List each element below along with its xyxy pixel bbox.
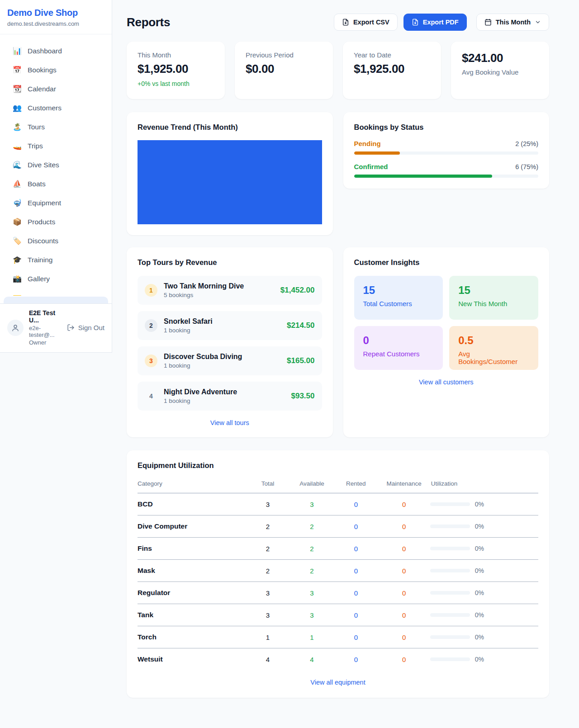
nav-item-icon: 📦: [13, 218, 22, 226]
sidebar-nav-item[interactable]: 📆 Calendar: [5, 80, 106, 98]
sidebar-nav-item[interactable]: 🤿 Equipment: [5, 194, 106, 212]
tour-bookings-count: 1 booking: [164, 327, 213, 334]
export-pdf-button[interactable]: Export PDF: [403, 14, 467, 31]
status-progress-fill: [354, 175, 493, 178]
insight-label: Repeat Customers: [363, 350, 434, 358]
equipment-available: 4: [290, 648, 334, 671]
equipment-category: Mask: [138, 560, 246, 582]
nav-item-label: Products: [28, 218, 55, 226]
sign-out-button[interactable]: Sign Out: [67, 324, 104, 331]
period-dropdown[interactable]: This Month: [476, 14, 549, 31]
nav-item-icon: 📊: [13, 47, 22, 55]
sidebar-nav-item[interactable]: 📊 Dashboard: [5, 43, 106, 60]
nav-item-icon: 📅: [13, 66, 22, 74]
sidebar-nav-item[interactable]: 🌊 Dive Sites: [5, 156, 106, 174]
nav-item-label: POS: [28, 294, 43, 296]
page-title: Reports: [127, 15, 170, 29]
equipment-table-row: Regulator 3 3 0 0 0%: [138, 582, 538, 604]
tour-bookings-count: 1 booking: [164, 362, 242, 369]
tour-list: 1 Two Tank Morning Dive 5 bookings $1,45…: [138, 276, 322, 411]
column-header-maintenance: Maintenance: [378, 476, 430, 493]
utilization-bar-track: [430, 657, 470, 661]
utilization-percent: 0%: [475, 567, 484, 574]
stat-value: $1,925.00: [138, 62, 214, 76]
sidebar: Demo Dive Shop demo.test.divestreams.com…: [0, 0, 112, 353]
insight-value: 15: [363, 284, 434, 297]
chevron-down-icon: [535, 19, 541, 25]
sidebar-active-item-partial[interactable]: [4, 297, 108, 303]
equipment-rented: 0: [334, 560, 378, 582]
equipment-total: 2: [246, 515, 290, 538]
customer-insights-title: Customer Insights: [354, 258, 539, 267]
stat-label: Previous Period: [246, 51, 322, 59]
status-progress-fill: [354, 151, 400, 155]
insight-tile: 15 Total Customers: [354, 276, 443, 320]
sidebar-nav-item[interactable]: 📸 Gallery: [5, 270, 106, 288]
stat-card-this-month: This Month $1,925.00 +0% vs last month: [127, 42, 225, 99]
sign-out-label: Sign Out: [78, 324, 104, 331]
utilization-percent: 0%: [475, 501, 484, 508]
stat-trend-note: +0% vs last month: [138, 80, 214, 87]
nav-item-label: Dashboard: [28, 47, 62, 55]
view-all-equipment-link[interactable]: View all equipment: [138, 679, 538, 686]
tour-bookings-count: 5 bookings: [164, 292, 244, 298]
insight-tiles: 15 Total Customers 15 New This Month 0 R…: [354, 276, 539, 370]
status-progress-track: [354, 175, 539, 178]
nav-item-label: Calendar: [28, 85, 56, 93]
sidebar-nav-item[interactable]: ⛵ Boats: [5, 175, 106, 193]
equipment-utilization-card: Equipment Utilization Category Total Ava…: [127, 450, 549, 698]
equipment-category: Dive Computer: [138, 515, 246, 538]
stat-label: Avg Booking Value: [462, 68, 538, 76]
tour-revenue: $165.00: [287, 356, 314, 365]
sidebar-nav-item[interactable]: 💳 POS: [5, 289, 106, 296]
insight-tile: 0 Repeat Customers: [354, 326, 443, 370]
equipment-total: 3: [246, 493, 290, 515]
sidebar-nav-item[interactable]: 🏷️ Discounts: [5, 232, 106, 250]
stat-cards: This Month $1,925.00 +0% vs last month P…: [127, 42, 549, 99]
equipment-maintenance: 0: [378, 515, 430, 538]
equipment-category: Torch: [138, 626, 246, 648]
equipment-category: Regulator: [138, 582, 246, 604]
file-export-icon: [342, 19, 349, 26]
view-all-tours-link[interactable]: View all tours: [138, 419, 322, 426]
nav-item-icon: 🤿: [13, 199, 22, 207]
column-header-rented: Rented: [334, 476, 378, 493]
column-header-utilization: Utilization: [430, 476, 538, 493]
equipment-table: Category Total Available Rented Maintena…: [138, 476, 538, 670]
sidebar-nav-item[interactable]: 🎓 Training: [5, 251, 106, 269]
equipment-category: Tank: [138, 604, 246, 626]
equipment-rented: 0: [334, 515, 378, 538]
equipment-rented: 0: [334, 626, 378, 648]
bookings-by-status-card: Bookings by Status Pending 2 (25%): [343, 112, 550, 189]
charts-row: Revenue Trend (This Month) Bookings by S…: [127, 112, 549, 235]
equipment-table-row: BCD 3 3 0 0 0%: [138, 493, 538, 515]
sidebar-nav-item[interactable]: 🚤 Trips: [5, 137, 106, 155]
equipment-available: 3: [290, 493, 334, 515]
sidebar-nav-item[interactable]: 👥 Customers: [5, 99, 106, 117]
stat-value: $241.00: [462, 51, 538, 65]
equipment-total: 3: [246, 604, 290, 626]
equipment-maintenance: 0: [378, 560, 430, 582]
nav-item-label: Training: [28, 256, 52, 264]
status-count: 2 (25%): [515, 140, 538, 147]
equipment-maintenance: 0: [378, 626, 430, 648]
column-header-total: Total: [246, 476, 290, 493]
file-export-icon: [412, 19, 419, 26]
insight-label: Total Customers: [363, 300, 434, 307]
sidebar-nav-item[interactable]: 🏝️ Tours: [5, 118, 106, 136]
equipment-available: 2: [290, 515, 334, 538]
export-csv-button[interactable]: Export CSV: [334, 14, 398, 31]
status-label: Pending: [354, 140, 381, 147]
equipment-total: 2: [246, 538, 290, 560]
nav-item-icon: 📆: [13, 85, 22, 93]
view-all-customers-link[interactable]: View all customers: [354, 378, 539, 386]
sidebar-nav-item[interactable]: 📦 Products: [5, 213, 106, 231]
equipment-total: 2: [246, 560, 290, 582]
status-row: Pending 2 (25%): [354, 140, 539, 155]
sidebar-nav-item[interactable]: 📅 Bookings: [5, 61, 106, 79]
equipment-table-header: Category Total Available Rented Maintena…: [138, 476, 538, 493]
equipment-table-row: Tank 3 3 0 0 0%: [138, 604, 538, 626]
equipment-total: 4: [246, 648, 290, 671]
utilization-bar-track: [430, 502, 470, 506]
equipment-rented: 0: [334, 582, 378, 604]
